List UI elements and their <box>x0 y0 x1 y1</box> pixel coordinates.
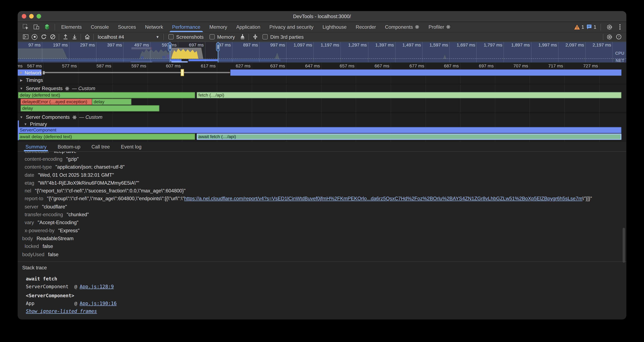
tab-console[interactable]: Console <box>86 22 113 32</box>
network-request-bar[interactable] <box>230 70 621 76</box>
dim-3rd-parties-checkbox[interactable]: Dim 3rd parties <box>262 34 304 40</box>
tab-recorder[interactable]: Recorder <box>351 22 380 32</box>
tab-application[interactable]: Application <box>232 22 265 32</box>
property-row: lockedfalse <box>18 242 626 250</box>
divider <box>164 34 164 40</box>
request-candle[interactable] <box>181 69 184 76</box>
tab-bottom-up[interactable]: Bottom-up <box>58 142 80 151</box>
window-title: DevTools - localhost:3000/ <box>18 11 626 22</box>
flame-event-bar[interactable]: await delay (deferred text) <box>18 134 195 140</box>
disclosure-triangle-icon[interactable]: ▼ <box>19 87 24 90</box>
tab-summary[interactable]: Summary <box>26 142 46 151</box>
property-row: connection"keep-alive" <box>18 152 626 155</box>
disclosure-triangle-icon[interactable]: ▶ <box>19 78 24 82</box>
report-url-link[interactable]: https://a.nel.cloudflare.com/report/v4?s… <box>184 196 582 202</box>
divider <box>59 34 59 40</box>
property-row: x-powered-by"Express" <box>18 226 626 234</box>
clear-icon[interactable] <box>48 33 57 41</box>
svg-text:?: ? <box>618 35 620 39</box>
disclosure-triangle-icon[interactable]: ▼ <box>24 122 28 126</box>
section-divider <box>18 261 626 262</box>
flame-event-bar[interactable]: delayedError (…ayed exception) <box>20 99 92 105</box>
toggle-panel-icon[interactable] <box>21 33 30 41</box>
server-requests-row-1: delay (deferred text) fetch (…/api) <box>18 92 621 98</box>
checkbox-box <box>168 34 174 40</box>
settings-gear-icon[interactable] <box>605 23 614 31</box>
tab-profiler[interactable]: Profiler <box>424 22 455 32</box>
server-components-track-header[interactable]: ▼ Server Components — Custom <box>18 114 626 120</box>
inspect-element-icon[interactable] <box>21 23 30 31</box>
tab-lighthouse[interactable]: Lighthouse <box>318 22 351 32</box>
issues-badge[interactable]: 1 <box>587 24 596 30</box>
stack-frame: <ServerComponent> <box>26 291 622 299</box>
primary-group-header[interactable]: ▼ Primary <box>18 121 626 127</box>
stack-frame: await fetch <box>26 275 622 282</box>
tab-network[interactable]: Network <box>140 22 168 32</box>
react-atom-icon <box>72 115 77 119</box>
tab-elements[interactable]: Elements <box>57 22 86 32</box>
screenshot-stage: DevTools - localhost:3000/ Elements Cons… <box>0 0 644 342</box>
message-bubble-icon <box>587 24 592 30</box>
timings-track-header[interactable]: ▶ Timings <box>18 77 626 84</box>
divider <box>80 34 81 40</box>
flame-event-bar[interactable]: await fetch (…/api) <box>197 134 621 140</box>
reload-and-record-icon[interactable] <box>39 33 48 41</box>
record-icon[interactable] <box>30 33 39 41</box>
summary-content[interactable]: connection"keep-alive" content-encoding"… <box>18 152 626 319</box>
collect-garbage-icon[interactable] <box>238 33 247 41</box>
tab-components[interactable]: Components <box>380 22 424 32</box>
net-baseline <box>18 58 626 59</box>
property-row: date"Wed, 01 Oct 2025 18:32:01 GMT" <box>18 171 626 179</box>
flame-event-bar[interactable]: fetch (…/api) <box>197 92 621 98</box>
flame-chart[interactable]: ms 567 ms 577 ms 587 ms <box>18 63 626 142</box>
property-row: nel"{\"report_to\":\"cf-nel\",\"success_… <box>18 187 626 195</box>
flame-event-bar[interactable]: ServerComponent <box>18 127 621 133</box>
tab-event-log[interactable]: Event log <box>121 142 142 151</box>
device-toolbar-icon[interactable] <box>32 23 41 31</box>
details-tabbar: Summary Bottom-up Call tree Event log <box>18 142 626 152</box>
network-track-label[interactable]: ▶ Network <box>19 69 42 76</box>
tab-performance[interactable]: Performance <box>168 22 205 32</box>
tab-sources[interactable]: Sources <box>113 22 140 32</box>
server-requests-track-header[interactable]: ▼ Server Requests — Custom <box>18 85 626 92</box>
network-track[interactable]: ▶ Network <box>18 69 621 76</box>
flame-event-bar[interactable]: delay <box>92 99 132 105</box>
cpu-track-label: CPU <box>615 51 624 56</box>
devtools-tabbar: Elements Console Sources Network Perform… <box>18 22 626 32</box>
scrollbar-thumb[interactable] <box>622 228 625 263</box>
tab-privacy-and-security[interactable]: Privacy and security <box>265 22 318 32</box>
warnings-badge[interactable]: 1 <box>574 24 584 30</box>
track-divider <box>18 84 626 84</box>
capture-settings-gear-icon[interactable] <box>605 33 614 41</box>
load-profile-icon[interactable] <box>61 33 70 41</box>
property-row: bodyUsedfalse <box>18 250 626 258</box>
memory-checkbox[interactable]: Memory <box>209 34 235 40</box>
source-location-link[interactable]: App.js:190:16 <box>80 300 117 306</box>
history-select[interactable]: localhost #4 ▼ <box>95 34 162 40</box>
server-requests-row-3: delay <box>18 105 621 112</box>
selection-handle-right[interactable] <box>218 42 218 63</box>
react-atom-icon <box>446 25 451 29</box>
tab-memory[interactable]: Memory <box>205 22 232 32</box>
divider <box>600 24 601 30</box>
request-whisker <box>45 72 230 73</box>
stack-frame: ServerComponent@App.js:128:9 <box>26 282 622 290</box>
tab-call-tree[interactable]: Call tree <box>92 142 110 151</box>
extension-gem-icon[interactable] <box>42 23 51 31</box>
flame-event-bar[interactable]: delay (deferred text) <box>18 92 195 98</box>
selection-handle-left[interactable] <box>170 42 170 63</box>
source-location-link[interactable]: App.js:128:9 <box>80 283 114 289</box>
disclosure-triangle-icon[interactable]: ▼ <box>19 115 24 119</box>
save-profile-icon[interactable] <box>70 33 79 41</box>
collapse-chart-icon[interactable] <box>250 33 260 41</box>
server-components-row-1: ServerComponent <box>18 127 621 133</box>
help-icon[interactable]: ? <box>614 33 623 41</box>
more-options-icon[interactable] <box>616 23 623 31</box>
home-icon[interactable] <box>82 33 92 41</box>
flame-event-bar[interactable]: delay <box>20 105 160 112</box>
screenshots-checkbox[interactable]: Screenshots <box>168 34 204 40</box>
request-queue-marker <box>43 71 45 74</box>
timeline-overview[interactable]: 97 ms 197 ms 297 ms 397 ms <box>18 42 626 63</box>
disclosure-triangle-icon[interactable]: ▶ <box>19 71 24 74</box>
show-ignore-listed-frames-link[interactable]: Show ignore-listed frames <box>26 308 97 314</box>
